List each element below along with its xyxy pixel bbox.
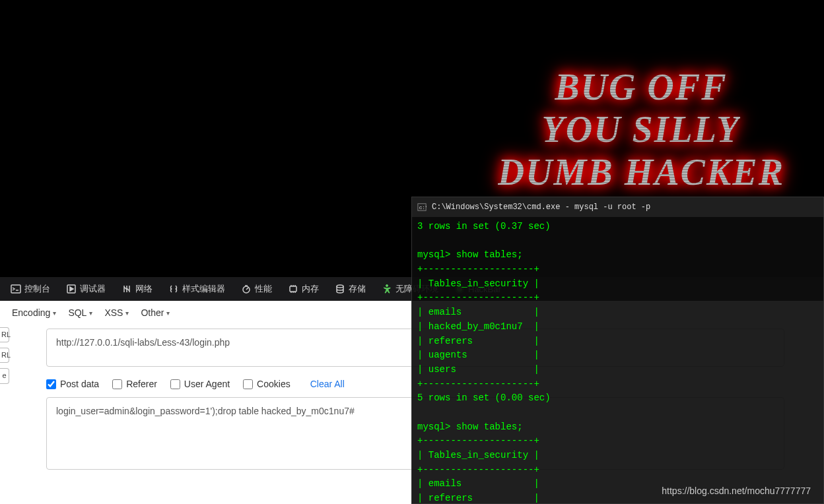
checkbox-postdata[interactable]: Post data [46,379,99,389]
tab-label: 存储 [349,283,366,295]
tab-memory[interactable]: 内存 [281,280,326,298]
clear-all-link[interactable]: Clear All [310,379,345,389]
checkbox-referer[interactable]: Referer [112,379,157,389]
checkbox-useragent[interactable]: User Agent [170,379,230,389]
side-button-rl1[interactable]: RL [0,327,9,342]
caret-icon: ▾ [166,309,170,317]
tab-label: 内存 [302,283,319,295]
caret-icon: ▾ [125,309,129,317]
side-button-rl2[interactable]: RL [0,348,9,363]
tab-console[interactable]: 控制台 [4,280,57,298]
banner-line-3: DUMB HACKER [498,151,784,193]
side-button-e[interactable]: e [0,368,9,383]
svg-point-5 [386,285,388,287]
cmd-icon: c:\ [417,203,427,212]
menu-other[interactable]: Other▾ [141,307,170,318]
banner-line-2: YOU SILLY [542,108,741,150]
tab-performance[interactable]: 性能 [234,280,279,298]
tab-label: 性能 [255,283,272,295]
tab-debugger[interactable]: 调试器 [59,280,112,298]
menu-sql[interactable]: SQL▾ [68,307,92,318]
tab-storage[interactable]: 存储 [328,280,372,298]
tab-label: 控制台 [24,283,50,295]
banner-text: BUG OFF YOU SILLY DUMB HACKER [498,66,784,193]
cmd-body[interactable]: 3 rows in set (0.37 sec) mysql> show tab… [412,217,823,504]
cmd-window[interactable]: c:\ C:\Windows\System32\cmd.exe - mysql … [411,197,824,504]
svg-rect-0 [11,285,20,293]
tab-label: 样式编辑器 [182,283,225,295]
svg-point-4 [337,285,343,288]
caret-icon: ▾ [89,309,92,317]
caret-icon: ▾ [53,309,56,317]
tab-label: 调试器 [80,283,106,295]
banner-line-1: BUG OFF [555,66,727,108]
checkbox-cookies[interactable]: Cookies [243,379,291,389]
menu-xss[interactable]: XSS▾ [104,307,129,318]
watermark: https://blog.csdn.net/mochu7777777 [662,486,811,496]
tab-style-editor[interactable]: 样式编辑器 [162,280,232,298]
hackbar-sidebar: RL RL e [0,327,9,384]
tab-network[interactable]: 网络 [115,280,159,298]
menu-encoding[interactable]: Encoding▾ [12,307,56,318]
svg-text:c:\: c:\ [419,205,427,210]
cmd-titlebar[interactable]: c:\ C:\Windows\System32\cmd.exe - mysql … [412,197,823,217]
tab-label: 网络 [135,283,153,295]
cmd-title: C:\Windows\System32\cmd.exe - mysql -u r… [432,203,650,212]
svg-rect-3 [290,286,296,292]
